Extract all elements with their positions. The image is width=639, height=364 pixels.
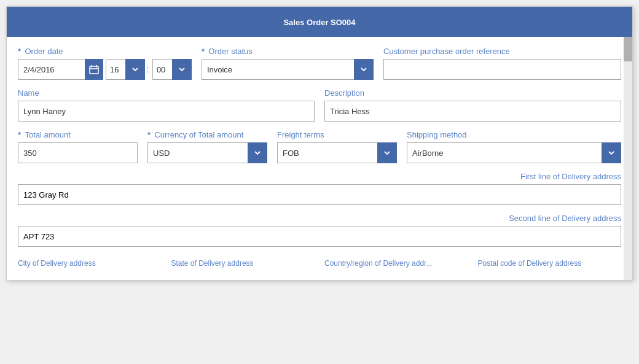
hour-select[interactable]: 16: [106, 59, 145, 80]
freight-select-wrap: FOB CIF EXW DDP: [277, 142, 397, 163]
freight-terms-label: Freight terms: [277, 130, 397, 139]
form-body: * Order date: [7, 37, 632, 280]
sales-order-window: Sales Order SO004 * Order date: [6, 6, 633, 281]
name-input[interactable]: [18, 101, 315, 122]
minute-select[interactable]: 00: [152, 59, 192, 80]
shipping-method-select[interactable]: AirBorne FedEx UPS DHL: [407, 142, 621, 163]
calendar-icon: [89, 64, 99, 74]
shipping-select-wrap: AirBorne FedEx UPS DHL: [407, 142, 621, 163]
city-label: City of Delivery address: [18, 259, 162, 268]
date-input-wrap: [18, 59, 103, 80]
form-container: * Order date: [7, 37, 632, 280]
customer-po-label: Customer purchase order reference: [383, 47, 621, 56]
name-group: Name: [18, 88, 315, 122]
calendar-button[interactable]: [85, 59, 103, 80]
customer-po-input[interactable]: [383, 59, 621, 80]
description-input[interactable]: [324, 101, 621, 122]
row-totals: * Total amount * Currency of Total amoun…: [18, 130, 621, 163]
date-time-group: 16 : 00: [18, 59, 192, 80]
order-date-label: * Order date: [18, 47, 192, 56]
order-date-group: * Order date: [18, 47, 192, 80]
freight-terms-group: Freight terms FOB CIF EXW DDP: [277, 130, 397, 163]
shipping-method-label: Shipping method: [407, 130, 621, 139]
total-amount-group: * Total amount: [18, 130, 138, 163]
customer-po-group: Customer purchase order reference: [383, 47, 621, 80]
scrollbar-track[interactable]: [624, 37, 632, 280]
delivery-address2-label: Second line of Delivery address: [509, 214, 621, 223]
freight-terms-select[interactable]: FOB CIF EXW DDP: [277, 142, 397, 163]
hour-select-wrap: 16: [106, 59, 145, 80]
order-status-group: * Order status Invoice Draft Confirmed D…: [202, 47, 374, 80]
order-status-select[interactable]: Invoice Draft Confirmed Done: [202, 59, 374, 80]
postal-label: Postal code of Delivery address: [478, 259, 622, 268]
delivery-address2-input[interactable]: [18, 226, 621, 247]
total-amount-label: * Total amount: [18, 130, 138, 139]
row-address2: Second line of Delivery address: [18, 214, 621, 247]
state-label: State of Delivery address: [171, 259, 315, 268]
total-amount-input[interactable]: [18, 142, 138, 163]
minute-select-wrap: 00: [152, 59, 192, 80]
order-status-select-wrap: Invoice Draft Confirmed Done: [202, 59, 374, 80]
currency-select[interactable]: USD EUR GBP JPY: [147, 142, 267, 163]
time-separator: :: [146, 59, 149, 80]
delivery-address1-label: First line of Delivery address: [520, 172, 621, 181]
currency-group: * Currency of Total amount USD EUR GBP J…: [147, 130, 267, 163]
name-label: Name: [18, 88, 315, 98]
delivery-address1-input[interactable]: [18, 184, 621, 205]
title-text: Sales Order SO004: [283, 18, 355, 27]
window-title: Sales Order SO004: [7, 7, 632, 37]
description-label: Description: [324, 88, 621, 98]
shipping-method-group: Shipping method AirBorne FedEx UPS DHL: [407, 130, 621, 163]
row-name-description: Name Description: [18, 88, 621, 122]
row-address1: First line of Delivery address: [18, 172, 621, 205]
currency-select-wrap: USD EUR GBP JPY: [147, 142, 267, 163]
row-order-date-status: * Order date: [18, 47, 621, 80]
bottom-labels-row: City of Delivery address State of Delive…: [18, 255, 621, 270]
order-date-input[interactable]: [18, 59, 85, 80]
svg-rect-0: [90, 66, 98, 74]
order-status-label: * Order status: [202, 47, 374, 56]
country-label: Country/region of Delivery addr...: [324, 259, 468, 268]
description-group: Description: [324, 88, 621, 122]
scrollbar-thumb[interactable]: [624, 37, 632, 61]
currency-label: * Currency of Total amount: [147, 130, 267, 139]
